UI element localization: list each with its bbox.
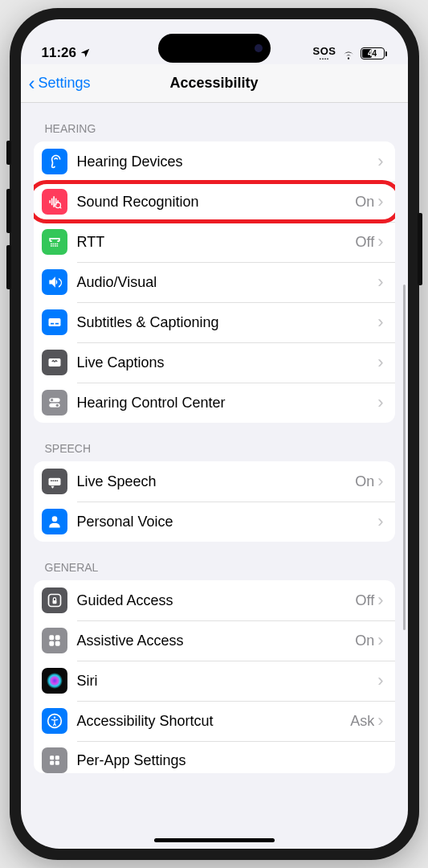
row-label: Live Speech: [77, 473, 356, 490]
section-header: SPEECH: [34, 423, 395, 461]
settings-row-hearing-devices[interactable]: Hearing Devices›: [34, 141, 395, 182]
livecaptions-icon: [42, 350, 67, 375]
chevron-right-icon: ›: [377, 193, 383, 211]
battery-icon: 44: [361, 47, 387, 59]
settings-row-siri[interactable]: Siri›: [34, 661, 395, 701]
siri-icon: [42, 668, 67, 694]
settings-row-personal-voice[interactable]: Personal Voice›: [34, 502, 395, 542]
chevron-right-icon: ›: [377, 473, 383, 490]
svg-point-8: [51, 399, 53, 401]
apps-icon: [42, 747, 67, 773]
svg-rect-4: [55, 323, 58, 325]
list-group: Hearing Devices›Sound RecognitionOn›RTTO…: [34, 141, 395, 423]
soundwave-icon: [42, 189, 67, 215]
chevron-right-icon: ›: [377, 712, 383, 730]
lock-icon: [42, 588, 67, 613]
status-time: 11:26: [42, 45, 76, 61]
volume-up-button: [6, 189, 11, 233]
status-left: 11:26: [42, 45, 91, 61]
volume-down-button: [6, 245, 11, 289]
chevron-right-icon: ›: [377, 273, 383, 291]
chevron-right-icon: ›: [377, 672, 383, 690]
chevron-right-icon: ›: [377, 394, 383, 411]
personvoice-icon: [42, 509, 67, 534]
svg-rect-29: [55, 761, 59, 765]
settings-row-audio-visual[interactable]: Audio/Visual›: [34, 262, 395, 302]
chevron-right-icon: ›: [377, 354, 383, 371]
settings-row-guided-access[interactable]: Guided AccessOff›: [34, 580, 395, 620]
settings-row-subtitles-captioning[interactable]: Subtitles & Captioning›: [34, 302, 395, 342]
svg-rect-18: [49, 635, 54, 640]
home-indicator[interactable]: [154, 838, 275, 842]
svg-rect-11: [51, 480, 52, 481]
chevron-right-icon: ›: [377, 632, 383, 649]
row-label: Sound Recognition: [77, 194, 356, 211]
subtitles-icon: [42, 309, 67, 335]
row-label: Siri: [77, 673, 378, 690]
keyboard-icon: [42, 469, 67, 494]
appgrid-icon: [42, 628, 67, 653]
svg-rect-20: [49, 641, 54, 646]
svg-point-15: [51, 516, 57, 522]
settings-row-live-speech[interactable]: Live SpeechOn›: [34, 461, 395, 502]
svg-rect-19: [55, 635, 59, 640]
settings-row-hearing-control-center[interactable]: Hearing Control Center›: [34, 383, 395, 423]
settings-row-assistive-access[interactable]: Assistive AccessOn›: [34, 620, 395, 661]
chevron-right-icon: ›: [377, 592, 383, 609]
svg-rect-13: [55, 480, 56, 481]
location-icon: [79, 47, 91, 59]
speaker-icon: [42, 269, 67, 295]
list-group: Live SpeechOn›Personal Voice›: [34, 461, 395, 542]
row-label: Hearing Devices: [77, 154, 378, 170]
screen: 11:26 SOS •••• 44 ‹: [21, 19, 408, 849]
chevron-right-icon: ›: [377, 233, 383, 251]
row-label: Per-App Settings: [77, 752, 384, 769]
phone-frame: 11:26 SOS •••• 44 ‹: [10, 8, 419, 860]
status-right: SOS •••• 44: [313, 46, 387, 61]
row-label: Assistive Access: [77, 633, 356, 649]
row-label: Subtitles & Captioning: [77, 314, 378, 331]
row-value: Off: [355, 234, 374, 251]
svg-rect-17: [52, 600, 56, 604]
svg-rect-12: [52, 480, 54, 481]
section-header: GENERAL: [34, 542, 395, 580]
navigation-bar: ‹ Settings Accessibility: [21, 64, 408, 103]
svg-point-9: [55, 404, 58, 407]
page-title: Accessibility: [169, 75, 258, 92]
controls-icon: [42, 390, 67, 416]
content-scroll[interactable]: HEARINGHearing Devices›Sound Recognition…: [21, 103, 408, 849]
wifi-icon: [341, 48, 356, 59]
svg-rect-27: [55, 755, 59, 760]
row-value: On: [355, 473, 374, 490]
row-value: On: [355, 194, 374, 211]
back-label: Settings: [39, 75, 91, 92]
list-group: Guided AccessOff›Assistive AccessOn›Siri…: [34, 580, 395, 773]
sos-indicator: SOS ••••: [313, 46, 336, 61]
ear-icon: [42, 149, 67, 174]
back-button[interactable]: ‹ Settings: [29, 74, 91, 93]
power-button: [418, 213, 422, 285]
settings-row-live-captions[interactable]: Live Captions›: [34, 342, 395, 383]
settings-row-rtt[interactable]: RTTOff›: [34, 222, 395, 262]
settings-row-per-app-settings[interactable]: Per-App Settings: [34, 741, 395, 773]
svg-rect-21: [55, 641, 59, 646]
row-label: Personal Voice: [77, 514, 378, 530]
row-value: Ask: [350, 713, 374, 730]
svg-rect-26: [50, 755, 54, 760]
row-label: Guided Access: [77, 592, 356, 609]
row-label: Audio/Visual: [77, 274, 378, 291]
settings-row-accessibility-shortcut[interactable]: Accessibility ShortcutAsk›: [34, 701, 395, 741]
svg-rect-14: [56, 480, 58, 481]
row-label: RTT: [77, 234, 356, 251]
chevron-right-icon: ›: [377, 513, 383, 530]
scroll-indicator[interactable]: [403, 285, 406, 630]
row-label: Accessibility Shortcut: [77, 713, 351, 730]
svg-rect-28: [50, 761, 54, 765]
chevron-right-icon: ›: [377, 313, 383, 331]
chevron-left-icon: ‹: [29, 74, 35, 93]
ringer-switch: [6, 141, 11, 165]
chevron-right-icon: ›: [377, 153, 383, 170]
settings-row-sound-recognition[interactable]: Sound RecognitionOn›: [34, 182, 395, 222]
row-label: Hearing Control Center: [77, 395, 378, 411]
section-header: HEARING: [34, 103, 395, 141]
